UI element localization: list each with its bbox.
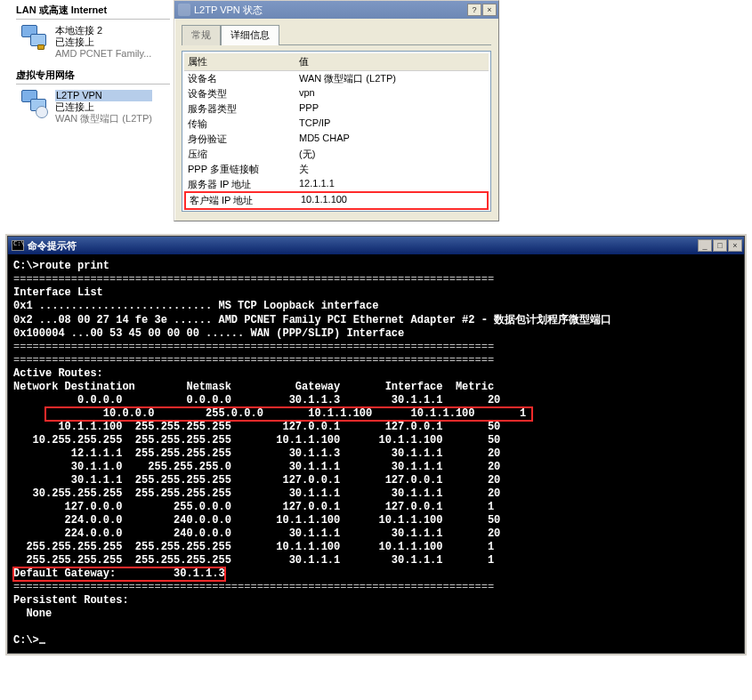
cmd-route: 127.0.0.0 255.0.0.0 127.0.0.1 127.0.0.1 … (13, 501, 739, 514)
connection-device: WAN 微型端口 (L2TP) (55, 113, 152, 125)
cmd-line: 0x100004 ...00 53 45 00 00 00 ...... WAN… (13, 327, 739, 341)
cmd-line: Interface List (13, 286, 739, 300)
close-button[interactable]: × (482, 4, 497, 16)
prop-key: 客户端 IP 地址 (186, 193, 297, 208)
prop-value[interactable]: MD5 CHAP (295, 132, 489, 147)
prop-value[interactable]: vpn (295, 86, 489, 101)
prop-value[interactable]: 12.1.1.1 (295, 177, 489, 192)
vpn-status-dialog: L2TP VPN 状态 ? × 常规 详细信息 属性 值 设备名WAN 微型端口… (174, 0, 499, 221)
cmd-line: Persistent Routes: (13, 594, 739, 607)
prop-key[interactable]: 服务器类型 (184, 101, 295, 117)
cmd-output[interactable]: C:\>route print=========================… (8, 254, 744, 653)
column-header-value[interactable]: 值 (295, 53, 489, 71)
prop-value[interactable]: PPP (295, 101, 489, 117)
property-list: 属性 值 设备名WAN 微型端口 (L2TP)设备类型vpn服务器类型PPP传输… (182, 51, 491, 212)
section-vpn-header: 虚拟专用网络 (16, 68, 170, 84)
prop-key[interactable]: 传输 (184, 117, 295, 132)
cmd-route: 224.0.0.0 240.0.0.0 10.1.1.100 10.1.1.10… (13, 514, 739, 527)
connection-name: 本地连接 2 (55, 25, 151, 36)
connection-item-vpn[interactable]: L2TP VPN 已连接上 WAN 微型端口 (L2TP) (21, 90, 174, 125)
prop-key[interactable]: 设备名 (184, 71, 295, 86)
prop-value[interactable]: WAN 微型端口 (L2TP) (295, 71, 489, 86)
dialog-title-icon (178, 4, 190, 16)
connection-item-lan[interactable]: 本地连接 2 已连接上 AMD PCNET Family... (21, 25, 174, 60)
cmd-line: 0x1 ........................... MS TCP L… (13, 300, 739, 313)
close-button[interactable]: × (728, 239, 742, 252)
cmd-line (13, 621, 739, 634)
cmd-route: 255.255.255.255 255.255.255.255 10.1.1.1… (13, 541, 739, 554)
help-button[interactable]: ? (467, 4, 481, 16)
cmd-route: 30.1.1.0 255.255.255.0 30.1.1.1 30.1.1.1… (13, 461, 739, 474)
prop-value[interactable]: 关 (295, 162, 489, 177)
tab-bar: 常规 详细信息 (182, 24, 491, 45)
cmd-line: ========================================… (13, 273, 739, 286)
cmd-route: 30.1.1.1 255.255.255.255 127.0.0.1 127.0… (13, 474, 739, 487)
cmd-route: 10.1.1.100 255.255.255.255 127.0.0.1 127… (13, 421, 739, 434)
network-connections-panel: LAN 或高速 Internet 本地连接 2 已连接上 AMD PCNET F… (0, 0, 174, 221)
tab-details[interactable]: 详细信息 (221, 25, 279, 45)
dialog-titlebar[interactable]: L2TP VPN 状态 ? × (174, 1, 498, 19)
prop-value[interactable]: TCP/IP (295, 117, 489, 132)
connection-status: 已连接上 (55, 101, 152, 113)
cmd-titlebar[interactable]: 命令提示符 _ □ × (8, 237, 744, 254)
maximize-button[interactable]: □ (713, 239, 727, 252)
connection-status: 已连接上 (55, 36, 151, 48)
column-header-attr[interactable]: 属性 (184, 53, 295, 71)
connection-name: L2TP VPN (55, 90, 152, 101)
cmd-line: Network Destination Netmask Gateway Inte… (13, 381, 739, 394)
cmd-route: 255.255.255.255 255.255.255.255 30.1.1.1… (13, 554, 739, 567)
prop-key[interactable]: 身份验证 (184, 132, 295, 147)
cmd-route-highlighted: 10.0.0.0 255.0.0.0 10.1.1.100 10.1.1.100… (13, 407, 739, 421)
section-lan-header: LAN 或高速 Internet (16, 4, 170, 20)
cmd-prompt: C:\> (13, 634, 739, 648)
cmd-line: C:\>route print (13, 260, 739, 273)
cmd-line: ========================================… (13, 341, 739, 354)
cmd-line: ========================================… (13, 581, 739, 594)
prop-value[interactable]: (无) (295, 147, 489, 162)
cmd-title-icon (12, 240, 24, 251)
cmd-line: ========================================… (13, 354, 739, 367)
command-prompt-window: 命令提示符 _ □ × C:\>route print=============… (5, 234, 747, 656)
dialog-title-text: L2TP VPN 状态 (194, 4, 467, 17)
cmd-route: 10.255.255.255 255.255.255.255 10.1.1.10… (13, 434, 739, 447)
tab-general[interactable]: 常规 (182, 25, 221, 45)
minimize-button[interactable]: _ (698, 239, 712, 252)
cmd-route: 224.0.0.0 240.0.0.0 30.1.1.1 30.1.1.1 20 (13, 527, 739, 541)
cursor-icon (39, 642, 45, 644)
cmd-title-text: 命令提示符 (28, 239, 698, 253)
prop-key[interactable]: PPP 多重链接帧 (184, 162, 295, 177)
cmd-line: 0x2 ...08 00 27 14 fe 3e ...... AMD PCNE… (13, 313, 739, 327)
cmd-default-gateway-highlighted: Default Gateway: 30.1.1.3 (13, 567, 739, 581)
cmd-line: Active Routes: (13, 367, 739, 381)
prop-row-highlighted[interactable]: 客户端 IP 地址10.1.1.100 (184, 191, 489, 210)
cmd-route: 0.0.0.0 0.0.0.0 30.1.1.3 30.1.1.1 20 (13, 394, 739, 407)
prop-value: 10.1.1.100 (297, 193, 487, 208)
prop-key[interactable]: 设备类型 (184, 86, 295, 101)
connection-device: AMD PCNET Family... (55, 48, 151, 60)
cmd-route: 12.1.1.1 255.255.255.255 30.1.1.3 30.1.1… (13, 447, 739, 461)
vpn-connection-icon (21, 90, 50, 118)
cmd-line: None (13, 607, 739, 621)
cmd-route: 30.255.255.255 255.255.255.255 30.1.1.1 … (13, 487, 739, 501)
lan-connection-icon (21, 25, 50, 53)
prop-key[interactable]: 压缩 (184, 147, 295, 162)
prop-key[interactable]: 服务器 IP 地址 (184, 177, 295, 192)
